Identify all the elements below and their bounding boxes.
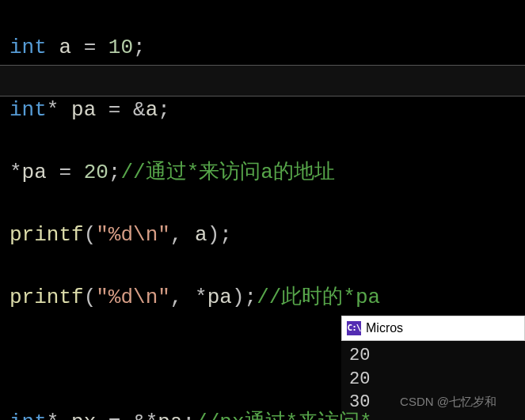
terminal-icon: C:\ <box>347 321 361 335</box>
keyword: int <box>10 411 47 420</box>
console-title: Micros <box>366 319 403 338</box>
string: "%d\n" <box>96 286 170 309</box>
number: 20 <box>84 161 108 184</box>
identifier: px <box>71 411 96 420</box>
code-line: *pa = 20;//通过*来访问a的地址 <box>10 157 525 189</box>
output-line: 20 <box>349 368 517 392</box>
watermark: CSDN @七忆岁和 <box>400 393 496 411</box>
comment: //通过*来访问a的地址 <box>120 161 334 184</box>
number: 10 <box>108 36 133 59</box>
comment: //此时的*pa <box>257 286 380 309</box>
console-titlebar[interactable]: C:\ Micros <box>341 316 525 341</box>
string: "%d\n" <box>96 223 170 247</box>
keyword: int <box>10 98 47 122</box>
code-line: int* pa = &a; <box>10 95 525 127</box>
comment: //px通过*来访问* <box>195 411 372 420</box>
code-line: printf("%d\n", a); <box>10 220 525 252</box>
output-line: 20 <box>349 344 517 368</box>
code-line: printf("%d\n", *pa);//此时的*pa <box>10 282 525 314</box>
code-line: int a = 10; <box>10 32 525 64</box>
keyword: int <box>10 36 47 59</box>
identifier: a <box>59 36 71 59</box>
function: printf <box>10 223 84 247</box>
identifier: pa <box>71 98 96 122</box>
function: printf <box>10 286 84 309</box>
identifier: pa <box>22 161 47 184</box>
